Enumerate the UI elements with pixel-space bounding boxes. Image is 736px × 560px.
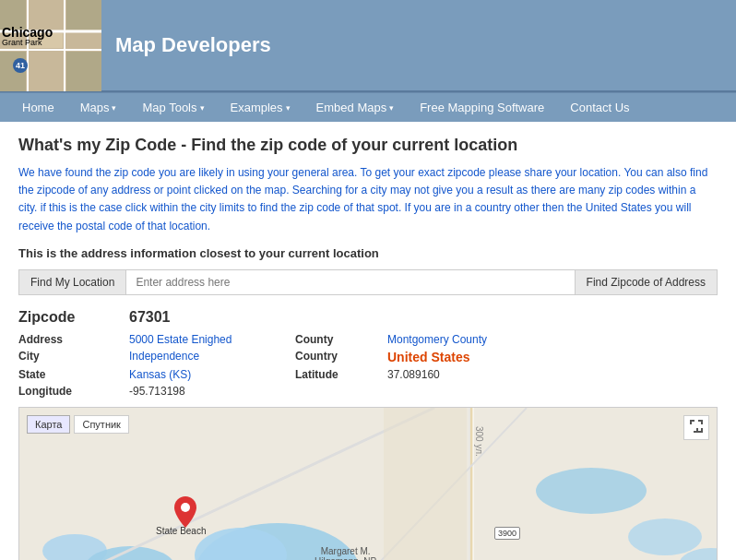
site-title: Map Developers [115,33,271,56]
map-view-button[interactable]: Карта [27,415,70,434]
latitude-key: Latitude [295,368,387,381]
nav-map-tools[interactable]: Map Tools ▾ [129,93,217,122]
nav-maps[interactable]: Maps ▾ [67,93,130,122]
road-badge-3900: 3900 [494,527,520,540]
zipcode-value: 67301 [129,309,171,326]
city-value: Independence [129,350,295,364]
zipcode-row: Zipcode 67301 [18,309,718,326]
satellite-view-button[interactable]: Спутник [74,415,128,434]
zipcode-label: Zipcode [18,309,129,326]
svg-point-30 [181,503,190,512]
map-controls: Карта Спутник [27,415,129,434]
nav-home[interactable]: Home [9,93,67,122]
description-text: We have found the zip code you are likel… [18,164,718,235]
latitude-value: 37.089160 [387,368,718,381]
nav-bar: Home Maps ▾ Map Tools ▾ Examples ▾ Embed… [0,92,736,122]
map-container[interactable]: Карта Спутник State Beach 3900 [18,407,718,560]
location-row: Find My Location Find Zipcode of Address [18,269,718,295]
state-beach-label: State Beach [156,526,206,536]
svg-text:41: 41 [16,61,25,70]
country-key: Country [295,350,387,364]
svg-point-19 [628,518,702,555]
nav-contact-us[interactable]: Contact Us [557,93,642,122]
svg-rect-29 [384,408,467,560]
info-section: Zipcode 67301 Address 5000 Estate Enighe… [18,309,718,398]
address-key: Address [18,333,129,346]
main-content: What's my Zip Code - Find the zip code o… [0,122,736,560]
map-fullscreen-button[interactable] [683,415,709,440]
margaret-label: Margaret M.Hilgemann, NP [315,546,376,560]
map-marker: State Beach [174,496,196,530]
address-input[interactable] [126,270,574,294]
nav-free-mapping[interactable]: Free Mapping Software [407,93,557,122]
logo-map: 41 Chicago Grant Park [0,0,101,91]
maps-dropdown-arrow: ▾ [112,103,116,113]
longitude-value: -95.713198 [129,385,295,398]
find-zipcode-button[interactable]: Find Zipcode of Address [575,270,717,294]
state-value: Kansas (KS) [129,368,295,381]
logo-text-area: Map Developers [101,33,736,57]
current-location-label: This is the address information closest … [18,246,718,260]
detail-grid: Address 5000 Estate Enighed County Montg… [18,333,718,398]
svg-point-18 [536,468,647,514]
page-title: What's my Zip Code - Find the zip code o… [18,136,718,155]
address-value: 5000 Estate Enighed [129,333,295,346]
county-key: County [295,333,387,346]
find-my-location-button[interactable]: Find My Location [19,270,126,294]
map-background: Карта Спутник State Beach 3900 [19,408,717,560]
embed-maps-dropdown-arrow: ▾ [389,103,394,113]
fullscreen-icon [690,420,703,433]
svg-rect-9 [66,52,101,91]
location-pin-icon [174,496,196,528]
nav-examples[interactable]: Examples ▾ [218,93,303,122]
longitude-key: Longitude [18,385,129,398]
logo-area: 41 Chicago Grant Park [0,0,101,91]
header: 41 Chicago Grant Park Map Developers [0,0,736,92]
state-key: State [18,368,129,381]
svg-rect-7 [66,0,101,30]
examples-dropdown-arrow: ▾ [286,103,291,113]
county-value: Montgomery County [387,333,718,346]
map-tools-dropdown-arrow: ▾ [200,103,205,113]
city-key: City [18,350,129,364]
nav-list: Home Maps ▾ Map Tools ▾ Examples ▾ Embed… [9,93,727,122]
vertical-road-label: 300 ул. [474,426,484,457]
country-value: United States [387,350,718,364]
grant-park-label: Grant Park [2,38,42,47]
nav-embed-maps[interactable]: Embed Maps ▾ [303,93,408,122]
